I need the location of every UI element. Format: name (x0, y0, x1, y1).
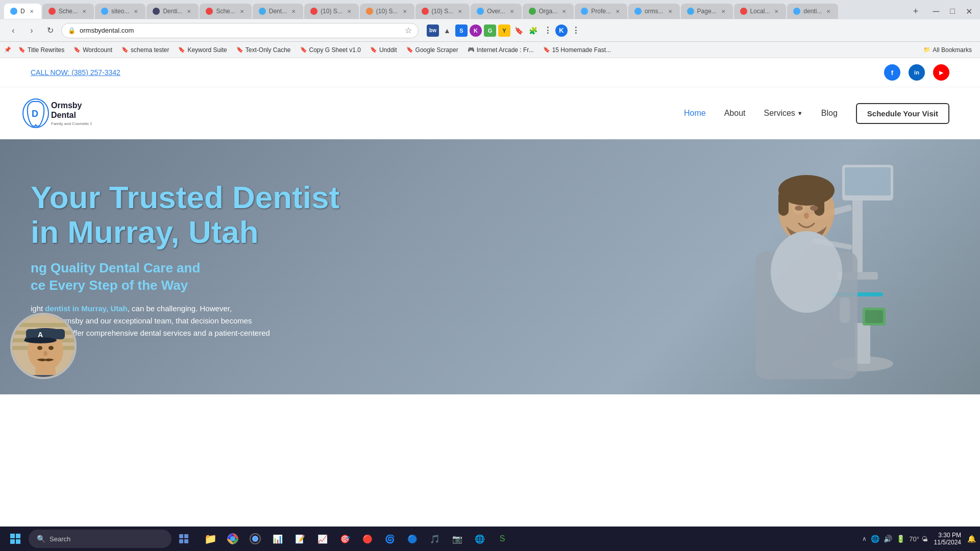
tab-close-btn[interactable]: ✕ (720, 8, 727, 15)
tab-close-btn[interactable]: ✕ (825, 8, 832, 15)
taskbar-word[interactable]: 📝 (290, 529, 310, 549)
bookmark-title-rewrites[interactable]: 🔖 Title Rewrites (14, 45, 68, 55)
bookmark-unddit[interactable]: 🔖 Unddit (366, 45, 401, 55)
ext-s[interactable]: S (455, 24, 468, 37)
tab-close-btn[interactable]: ✕ (28, 8, 35, 15)
network-icon[interactable]: 🌐 (871, 535, 879, 543)
chevron-up-icon[interactable]: ∧ (862, 535, 867, 542)
weather-icon[interactable]: 70° 🌤 (909, 535, 927, 543)
tab-16[interactable]: denti... ✕ (787, 4, 838, 19)
tab-close-btn[interactable]: ✕ (667, 8, 674, 15)
tab-close-btn[interactable]: ✕ (401, 8, 408, 15)
tab-7[interactable]: (10) S... ✕ (304, 4, 359, 19)
tab-5[interactable]: Sche... ✕ (200, 4, 251, 19)
svg-point-60 (254, 537, 257, 540)
address-bar[interactable]: 🔒 ormsbydental.com ☆ (61, 23, 419, 38)
notification-icon[interactable]: 🔔 (967, 535, 976, 543)
tab-6[interactable]: Dent... ✕ (253, 4, 303, 19)
bookmark-icon: 🔖 (74, 46, 81, 53)
start-button[interactable] (4, 528, 27, 550)
tab-close-btn[interactable]: ✕ (185, 8, 192, 15)
ext-bookmark[interactable]: 🔖 (512, 24, 525, 37)
taskbar-cortana[interactable] (245, 529, 265, 549)
taskbar-app-5[interactable]: 📈 (312, 529, 333, 549)
bookmark-copy-gsheet[interactable]: 🔖 Copy G Sheet v1.0 (296, 45, 365, 55)
bookmark-15-homemade[interactable]: 🔖 15 Homemade Fast... (539, 45, 615, 55)
bookmark-schema-tester[interactable]: 🔖 schema tester (117, 45, 173, 55)
more-menu-icon[interactable]: ⋮ (570, 24, 582, 37)
taskbar-spotify[interactable]: 🎵 (425, 529, 445, 549)
tab-close-btn[interactable]: ✕ (346, 8, 353, 15)
battery-icon[interactable]: 🔋 (896, 535, 905, 543)
nav-home[interactable]: Home (684, 109, 706, 118)
tab-11[interactable]: Orga... ✕ (523, 4, 574, 19)
taskbar-excel[interactable]: 📊 (267, 529, 288, 549)
bookmark-keyword-suite[interactable]: 🔖 Keyword Suite (174, 45, 231, 55)
taskbar-app-6[interactable]: 🎯 (335, 529, 355, 549)
close-button[interactable]: ✕ (962, 4, 976, 18)
tab-4[interactable]: Denti... ✕ (146, 4, 199, 19)
tab-2[interactable]: Sche... ✕ (42, 4, 94, 19)
bookmark-all-bookmarks[interactable]: 📁 All Bookmarks (919, 45, 976, 55)
youtube-icon[interactable]: ▶ (933, 64, 949, 81)
active-tab[interactable]: D ✕ (4, 4, 41, 19)
bookmark-star-icon[interactable]: ☆ (405, 26, 412, 35)
profile-icon[interactable]: K (555, 24, 568, 37)
tab-close-btn[interactable]: ✕ (773, 8, 780, 15)
tab-14[interactable]: Page... ✕ (681, 4, 733, 19)
volume-icon[interactable]: 🔊 (884, 535, 892, 543)
tab-close-btn[interactable]: ✕ (132, 8, 139, 15)
tab-3[interactable]: siteo... ✕ (95, 4, 145, 19)
taskbar-app-8[interactable]: 🌀 (380, 529, 400, 549)
ext-extensions[interactable]: 🧩 (527, 24, 539, 37)
nav-blog[interactable]: Blog (821, 109, 838, 118)
ext-green[interactable]: G (484, 24, 496, 37)
back-button[interactable]: ‹ (6, 23, 20, 38)
facebook-icon[interactable]: f (884, 64, 900, 81)
tab-close-btn[interactable]: ✕ (508, 8, 516, 15)
tab-label: Page... (697, 8, 717, 15)
tab-close-btn[interactable]: ✕ (614, 8, 621, 15)
taskbar-app-11[interactable]: 📷 (447, 529, 468, 549)
ext-bw[interactable]: bw (427, 24, 439, 37)
bookmark-internet-arcade[interactable]: 🎮 Internet Arcade : Fr... (463, 45, 538, 55)
taskbar-search-bar[interactable]: 🔍 Search (29, 530, 172, 548)
tab-close-btn[interactable]: ✕ (81, 8, 88, 15)
ext-menu[interactable]: ⋮ (541, 24, 553, 37)
tab-15[interactable]: Local... ✕ (734, 4, 787, 19)
minimize-button[interactable]: ─ (929, 4, 943, 18)
tab-close-btn[interactable]: ✕ (560, 8, 568, 15)
clock-display[interactable]: 3:30 PM 11/5/2024 (934, 532, 961, 546)
bookmark-google-scraper[interactable]: 🔖 Google Scraper (402, 45, 462, 55)
tab-13[interactable]: orms... ✕ (628, 4, 680, 19)
reload-button[interactable]: ↻ (43, 23, 57, 38)
maximize-button[interactable]: □ (945, 4, 960, 18)
taskbar-file-explorer[interactable]: 📁 (200, 529, 220, 549)
nav-services[interactable]: Services ▼ (764, 109, 803, 118)
forward-button[interactable]: › (24, 23, 39, 38)
phone-link[interactable]: CALL NOW: (385) 257-3342 (31, 68, 120, 77)
tab-10[interactable]: Over... ✕ (471, 4, 521, 19)
task-view-button[interactable] (174, 529, 194, 549)
taskbar-app-13[interactable]: S (492, 529, 512, 549)
ext-yellow[interactable]: Y (498, 24, 510, 37)
tab-8[interactable]: (10) S... ✕ (360, 4, 414, 19)
tab-9[interactable]: (10) S... ✕ (415, 4, 470, 19)
ext-k[interactable]: K (470, 24, 482, 37)
tab-close-btn[interactable]: ✕ (290, 8, 297, 15)
tab-12[interactable]: Profe... ✕ (575, 4, 627, 19)
linkedin-icon[interactable]: in (909, 64, 925, 81)
taskbar-app-9[interactable]: 🔵 (402, 529, 423, 549)
new-tab-button[interactable]: + (909, 4, 923, 18)
schedule-visit-button[interactable]: Schedule Your Visit (856, 103, 949, 124)
site-logo[interactable]: D Ormsby Dental Family and Cosmetic Dent… (20, 95, 92, 131)
ext-arrow[interactable]: ▲ (441, 24, 453, 37)
tab-close-btn[interactable]: ✕ (456, 8, 463, 15)
nav-about[interactable]: About (724, 109, 746, 118)
taskbar-app-12[interactable]: 🌐 (470, 529, 490, 549)
bookmark-text-only-cache[interactable]: 🔖 Text-Only Cache (232, 45, 295, 55)
bookmark-wordcount[interactable]: 🔖 Wordcount (69, 45, 116, 55)
tab-close-btn[interactable]: ✕ (238, 8, 246, 15)
taskbar-opera[interactable]: 🔴 (357, 529, 378, 549)
taskbar-chrome[interactable] (223, 529, 243, 549)
